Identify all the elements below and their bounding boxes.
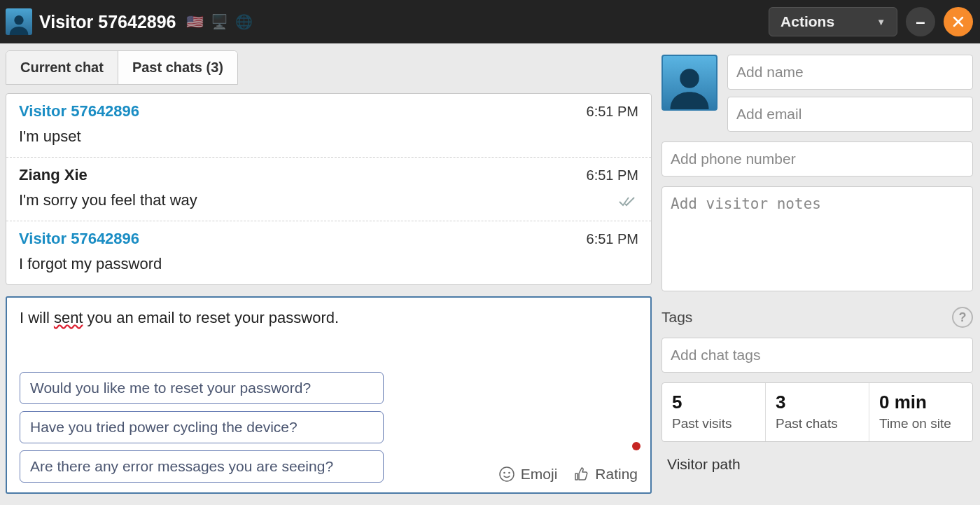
chevron-down-icon: ▼: [876, 17, 886, 27]
close-icon: [952, 15, 965, 28]
message-body: I'm sorry you feel that way: [19, 191, 638, 209]
visitor-sidebar: Tags ? 5 Past visits 3 Past chats 0 min …: [654, 43, 980, 505]
message-time: 6:51 PM: [587, 231, 638, 247]
stat-time-on-site[interactable]: 0 min Time on site: [869, 383, 972, 441]
chat-message: Visitor 57642896 6:51 PM I forgot my pas…: [6, 221, 651, 284]
message-author: Visitor 57642896: [19, 102, 139, 120]
tags-label: Tags: [662, 309, 692, 326]
svg-point-3: [508, 472, 510, 474]
actions-label: Actions: [780, 13, 834, 30]
rating-button[interactable]: Rating: [573, 466, 638, 483]
message-time: 6:51 PM: [587, 167, 638, 184]
tab-past-chats[interactable]: Past chats (3): [118, 51, 237, 84]
desktop-icon: 🖥️: [211, 13, 228, 30]
visitor-avatar[interactable]: [662, 55, 718, 111]
chat-panel: Current chat Past chats (3) Visitor 5764…: [0, 43, 654, 505]
visitor-email-input[interactable]: [727, 97, 973, 132]
suggestion-item[interactable]: Have you tried power cycling the device?: [20, 411, 384, 443]
globe-icon: 🌐: [235, 13, 253, 30]
chat-message: Ziang Xie 6:51 PM I'm sorry you feel tha…: [6, 158, 651, 221]
svg-point-4: [680, 69, 699, 88]
recording-indicator-icon: [632, 442, 640, 450]
visitor-name-input[interactable]: [727, 55, 973, 90]
svg-point-0: [14, 15, 23, 25]
svg-point-2: [503, 472, 505, 474]
smile-icon: [498, 466, 515, 483]
message-composer[interactable]: I will sent you an email to reset your p…: [6, 296, 652, 494]
header-avatar: [6, 8, 32, 35]
visitor-notes-input[interactable]: [662, 186, 973, 291]
suggestion-item[interactable]: Are there any error messages you are see…: [20, 450, 384, 483]
chat-message: Visitor 57642896 6:51 PM I'm upset: [6, 94, 651, 158]
message-time: 6:51 PM: [587, 104, 638, 120]
flag-us-icon: 🇺🇸: [186, 13, 204, 30]
stat-past-visits[interactable]: 5 Past visits: [662, 383, 765, 441]
minimize-button[interactable]: –: [906, 7, 935, 36]
message-author: Visitor 57642896: [19, 230, 139, 248]
close-button[interactable]: [944, 7, 973, 36]
svg-point-1: [500, 467, 514, 481]
visitor-phone-input[interactable]: [662, 141, 973, 177]
stat-past-chats[interactable]: 3 Past chats: [765, 383, 869, 441]
chat-tabs: Current chat Past chats (3): [6, 50, 238, 85]
tab-current-chat[interactable]: Current chat: [6, 51, 118, 84]
spelling-error[interactable]: sent: [54, 309, 83, 326]
visitor-title: Visitor 57642896: [39, 12, 176, 32]
message-body: I forgot my password: [19, 255, 638, 273]
suggestion-item[interactable]: Would you like me to reset your password…: [20, 372, 384, 404]
chat-window-header: Visitor 57642896 🇺🇸 🖥️ 🌐 Actions ▼ –: [0, 0, 980, 43]
help-icon[interactable]: ?: [952, 307, 973, 328]
chat-log: Visitor 57642896 6:51 PM I'm upset Ziang…: [6, 93, 652, 285]
visitor-stats: 5 Past visits 3 Past chats 0 min Time on…: [662, 382, 973, 442]
message-body: I'm upset: [19, 127, 638, 146]
composer-text[interactable]: I will sent you an email to reset your p…: [20, 309, 638, 365]
thumbs-up-icon: [573, 466, 589, 483]
suggestion-list: Would you like me to reset your password…: [20, 372, 384, 483]
emoji-picker-button[interactable]: Emoji: [498, 466, 558, 483]
visitor-path-heading: Visitor path: [662, 452, 973, 473]
read-receipt-icon: [619, 195, 637, 211]
chat-tags-input[interactable]: [662, 338, 973, 373]
actions-dropdown[interactable]: Actions ▼: [769, 7, 897, 36]
message-author: Ziang Xie: [19, 166, 88, 184]
